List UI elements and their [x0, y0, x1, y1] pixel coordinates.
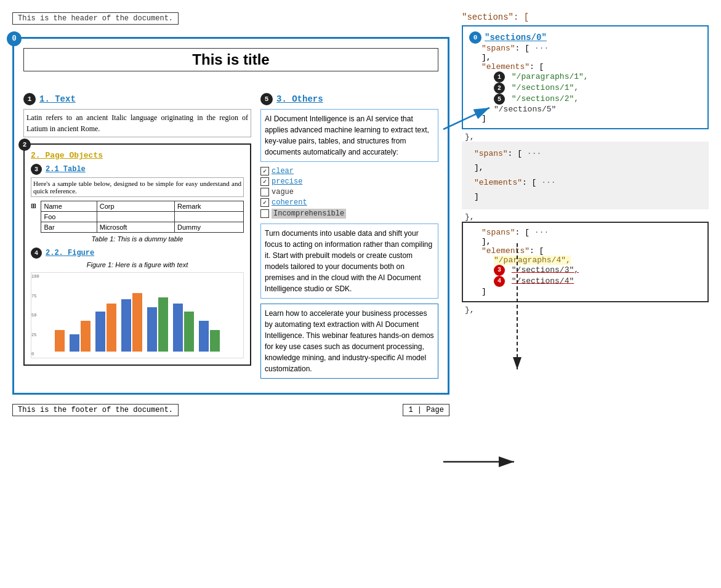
section-21-heading: 3 2.1 Table [31, 164, 244, 175]
json-elements-open-bottom: "elements": [ [469, 246, 701, 256]
json-elem-para4: "/paragraphs/4", [469, 256, 701, 265]
bar-7-blue [199, 321, 209, 352]
checkbox-vague: vague [260, 188, 438, 196]
bar-chart: 100 75 50 25 0 [31, 272, 244, 358]
section-21-title: 2.1 Table [46, 165, 86, 174]
checkbox-coherent-label: coherent [272, 198, 307, 207]
document-area: This is the header of the document. 0 Th… [12, 12, 449, 416]
json-section-middle: "spans": [ ··· ], "elements": [ ··· ] [462, 142, 709, 209]
doc-footer: This is the footer of the document. 1 | … [12, 404, 449, 416]
table-cell-bar-corp: Microsoft [97, 222, 174, 233]
section-2-box: 2 2. Page Objects 3 2.1 Table Here's a s… [23, 143, 251, 366]
section-22-title: 2.2. Figure [46, 249, 94, 257]
others-section: 5 3. Others AI Document Intelligence is … [260, 93, 438, 379]
checkbox-list: ✓ clear ✓ precise vague [260, 167, 438, 219]
badge-2: 2 [18, 139, 31, 151]
checkbox-vague-label: vague [272, 188, 294, 196]
section-21-container: 3 2.1 Table Here's a sample table below,… [31, 164, 244, 243]
doc-right-col: 5 3. Others AI Document Intelligence is … [260, 93, 438, 384]
doc-frame: 0 This is title 1 1. Text Latin refers t… [12, 37, 449, 395]
table-cell-bar-remark: Dummy [175, 222, 244, 233]
table-cell-foo: Foo [41, 212, 97, 222]
json-spans-line: "spans": [ ··· [469, 44, 701, 53]
figure-caption: Figure 1: Here is a figure with text [31, 261, 244, 268]
table-header-name: Name [41, 201, 97, 212]
doc-title: This is title [23, 48, 438, 71]
bar-3-blue [95, 312, 105, 352]
section-2-title: 2. Page Objects [31, 151, 244, 160]
checkbox-precise-box[interactable]: ✓ [260, 177, 269, 186]
bar-3-orange [107, 304, 116, 352]
checkbox-vague-box[interactable] [260, 188, 269, 196]
json-spans-line-bottom: "spans": [ ··· [469, 228, 701, 237]
checkbox-clear-box[interactable]: ✓ [260, 167, 269, 175]
checkbox-precise: ✓ precise [260, 177, 438, 186]
checkbox-coherent-box[interactable]: ✓ [260, 198, 269, 207]
badge-4: 4 [31, 248, 42, 259]
table-caption: Table 1: This is a dummy table [31, 235, 244, 243]
json-elem-sec1: 2 "/sections/1", [469, 83, 701, 94]
checkbox-clear-label: clear [272, 167, 294, 175]
json-close-middle: }, [462, 212, 709, 222]
json-elements-close-bottom: ] [469, 287, 701, 296]
checkbox-clear: ✓ clear [260, 167, 438, 175]
table-cell-foo-remark [175, 212, 244, 222]
checkbox-incomprehensible: Incomprehensible [260, 209, 438, 219]
table-cell-bar: Bar [41, 222, 97, 233]
badge-5: 5 [260, 93, 273, 105]
table-cell-foo-corp [97, 212, 174, 222]
badge-1: 1 [23, 93, 36, 105]
json-elements-close-0: ] [469, 114, 701, 123]
footer-right: 1 | Page [403, 404, 449, 416]
bar-4-orange [132, 293, 142, 352]
json-intro-label: "sections": [ [462, 12, 709, 22]
doc-table: Name Corp Remark Foo [41, 201, 244, 233]
section-21-desc: Here's a sample table below, designed to… [31, 177, 244, 197]
json-section-0-box: 0 "sections/0" "spans": [ ··· ], "elemen… [462, 25, 709, 129]
checkbox-incomprehensible-label: Incomprehensible [272, 209, 346, 219]
section-0-badge: 0 [7, 31, 22, 46]
json-section-bottom: "spans": [ ··· ], "elements": [ "/paragr… [462, 222, 709, 302]
json-close-0: }, [462, 132, 709, 142]
content-box-1: AI Document Intelligence is an AI servic… [260, 109, 438, 162]
doc-left-col: 1 1. Text Latin refers to an ancient Ita… [23, 93, 251, 384]
json-elem-sec4: 4 "/sections/4" [469, 276, 701, 287]
content-box-3: Learn how to accelerate your business pr… [260, 304, 438, 379]
json-elem-sec5: "/sections/5" [469, 105, 701, 114]
section-1-title: 1. Text [39, 94, 76, 104]
content-box-2: Turn documents into usable data and shif… [260, 224, 438, 299]
table-icon: ⊞ [31, 201, 36, 211]
section-22-heading: 4 2.2. Figure [31, 248, 244, 259]
bar-2-blue [70, 334, 79, 352]
checkbox-coherent: ✓ coherent [260, 198, 438, 207]
json-section-0-title: "sections/0" [485, 33, 547, 42]
section-22-container: 4 2.2. Figure Figure 1: Here is a figure… [31, 248, 244, 358]
section-1-para: Latin refers to an ancient Italic langua… [23, 109, 251, 137]
bar-4-blue [121, 299, 131, 352]
checkbox-incomprehensible-box[interactable] [260, 209, 269, 218]
json-elem-sec3: 3 "/sections/3", [469, 265, 701, 276]
json-section-0-header: 0 "sections/0" [469, 31, 701, 44]
bar-5-green [158, 297, 168, 352]
table-header-corp: Corp [97, 201, 174, 212]
bar-6-blue [173, 304, 183, 352]
json-panel: "sections": [ 0 "sections/0" "spans": [ … [462, 12, 709, 416]
bar-2-orange [81, 321, 91, 352]
json-close-bottom: }, [462, 305, 709, 315]
footer-left: This is the footer of the document. [12, 404, 179, 416]
json-elem-para1: 1 "/paragraphs/1", [469, 71, 701, 83]
others-title: 3. Others [276, 94, 323, 104]
bar-5-blue [147, 307, 157, 352]
section-1-heading: 1 1. Text [23, 93, 251, 105]
badge-3: 3 [31, 164, 42, 175]
json-spans-close-bottom: ], [469, 237, 701, 246]
checkbox-precise-label: precise [272, 177, 302, 186]
bar-7-green [210, 330, 220, 352]
table-header-remark: Remark [175, 201, 244, 212]
json-elements-open: "elements": [ [469, 62, 701, 71]
bar-1-orange [55, 330, 65, 352]
others-heading: 5 3. Others [260, 93, 438, 105]
doc-header: This is the header of the document. [12, 12, 179, 25]
json-spans-close: ], [469, 53, 701, 62]
json-badge-0: 0 [469, 31, 481, 44]
